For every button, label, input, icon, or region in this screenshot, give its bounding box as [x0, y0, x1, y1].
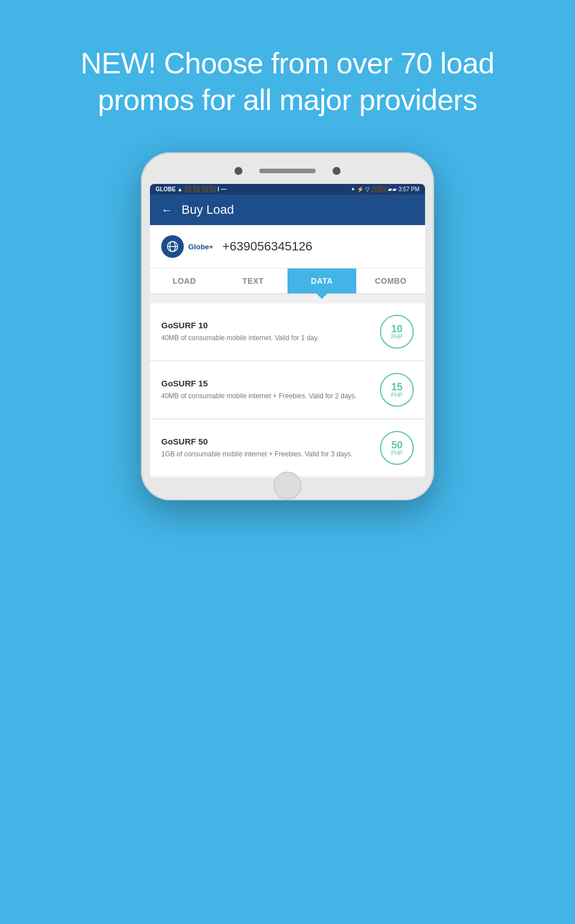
- phone-speaker: [259, 169, 316, 173]
- promo-item-1[interactable]: GoSURF 10 40MB of consumable mobile inte…: [150, 303, 425, 360]
- phone-top-bar: [150, 162, 425, 184]
- promo-info-1: GoSURF 10 40MB of consumable mobile inte…: [161, 320, 380, 343]
- price-badge-3: 50 PHP: [380, 431, 414, 465]
- price-unit-2: PHP: [391, 392, 403, 398]
- promo-item-2[interactable]: GoSURF 15 40MB of consumable mobile inte…: [150, 362, 425, 419]
- price-amount-1: 10: [391, 324, 402, 334]
- phone-screen: GLOBE ▲ ⬛ ⬛ ⬛ ⬛ I — ✦ ⚡ ▽ .⬛⬛ ▰▰ 3:57 PM…: [150, 184, 425, 478]
- promo-name-1: GoSURF 10: [161, 320, 371, 330]
- status-left: GLOBE ▲ ⬛ ⬛ ⬛ ⬛ I —: [156, 186, 227, 192]
- phone-number-display: +639056345126: [222, 239, 312, 254]
- tab-text[interactable]: TEXT: [219, 269, 288, 293]
- promo-list: GoSURF 10 40MB of consumable mobile inte…: [150, 294, 425, 477]
- promo-desc-2: 40MB of consumable mobile internet + Fre…: [161, 391, 371, 401]
- front-camera: [235, 167, 242, 175]
- tab-load[interactable]: LOAD: [150, 269, 219, 293]
- home-button[interactable]: [273, 472, 302, 500]
- price-badge-2: 15 PHP: [380, 373, 414, 407]
- promo-name-3: GoSURF 50: [161, 437, 371, 446]
- screen-title: Buy Load: [182, 203, 234, 217]
- price-unit-1: PHP: [391, 334, 403, 340]
- promo-info-3: GoSURF 50 1GB of consumable mobile inter…: [161, 437, 380, 459]
- phone-bottom-bar: [150, 478, 425, 490]
- tab-data[interactable]: DATA: [288, 269, 356, 293]
- provider-label: Globe+: [188, 243, 213, 251]
- status-bar: GLOBE ▲ ⬛ ⬛ ⬛ ⬛ I — ✦ ⚡ ▽ .⬛⬛ ▰▰ 3:57 PM: [150, 184, 425, 195]
- provider-info: Globe+: [161, 235, 213, 258]
- promo-info-2: GoSURF 15 40MB of consumable mobile inte…: [161, 379, 380, 401]
- phone-number-row: Globe+ +639056345126: [150, 225, 425, 269]
- phone-frame: GLOBE ▲ ⬛ ⬛ ⬛ ⬛ I — ✦ ⚡ ▽ .⬛⬛ ▰▰ 3:57 PM…: [141, 152, 434, 500]
- phone-mockup: GLOBE ▲ ⬛ ⬛ ⬛ ⬛ I — ✦ ⚡ ▽ .⬛⬛ ▰▰ 3:57 PM…: [130, 152, 445, 924]
- promo-desc-1: 40MB of consumable mobile internet. Vali…: [161, 333, 371, 343]
- promo-name-2: GoSURF 15: [161, 379, 371, 388]
- globe-logo: [161, 235, 184, 258]
- tabs-row[interactable]: LOAD TEXT DATA COMBO: [150, 269, 425, 294]
- price-badge-1: 10 PHP: [380, 315, 414, 349]
- promo-item-3[interactable]: GoSURF 50 1GB of consumable mobile inter…: [150, 420, 425, 477]
- back-button[interactable]: ←: [161, 204, 172, 217]
- status-right: ✦ ⚡ ▽ .⬛⬛ ▰▰ 3:57 PM: [351, 186, 419, 192]
- tab-combo[interactable]: COMBO: [356, 269, 425, 293]
- app-header: ← Buy Load: [150, 195, 425, 225]
- hero-text: NEW! Choose from over 70 load promos for…: [0, 0, 575, 152]
- price-amount-2: 15: [391, 382, 402, 392]
- price-unit-3: PHP: [391, 450, 403, 456]
- price-amount-3: 50: [391, 440, 402, 450]
- promo-desc-3: 1GB of consumable mobile internet + Free…: [161, 450, 371, 459]
- front-sensor: [333, 167, 340, 175]
